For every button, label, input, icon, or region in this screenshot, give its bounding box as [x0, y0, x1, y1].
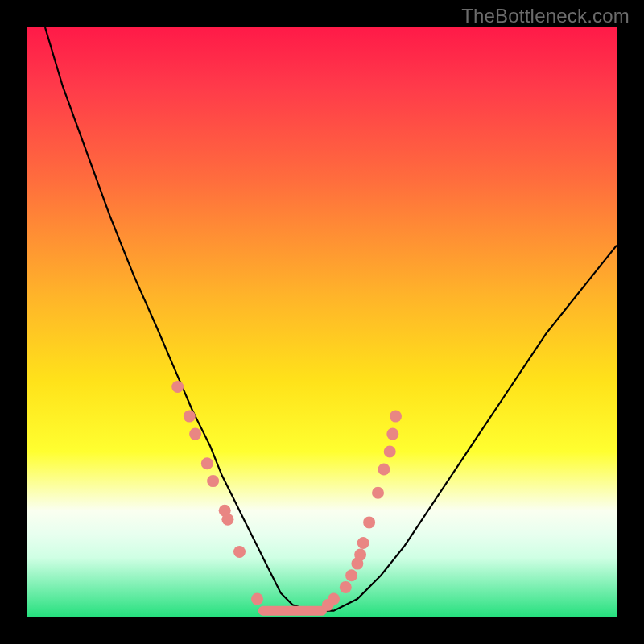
- data-points-right: [322, 411, 402, 611]
- data-point: [251, 593, 263, 605]
- watermark-text: TheBottleneck.com: [461, 5, 630, 27]
- data-point: [357, 537, 369, 549]
- data-point: [201, 457, 213, 469]
- bottleneck-curve: [45, 27, 617, 611]
- data-point: [390, 411, 402, 423]
- data-point: [207, 475, 219, 487]
- data-point: [233, 546, 246, 558]
- data-point: [328, 593, 340, 605]
- data-point: [221, 514, 233, 526]
- data-point: [184, 411, 196, 423]
- data-point: [384, 446, 396, 458]
- data-point: [363, 516, 375, 528]
- data-point: [171, 381, 184, 393]
- data-points-left: [171, 381, 263, 605]
- data-point: [189, 428, 201, 440]
- data-point: [354, 549, 366, 561]
- data-point: [386, 428, 398, 440]
- data-point: [345, 569, 357, 581]
- plot-area: [27, 27, 617, 617]
- chart-svg: [27, 27, 617, 617]
- chart-frame: TheBottleneck.com: [0, 0, 644, 644]
- data-point: [372, 487, 384, 499]
- data-point: [378, 464, 390, 476]
- data-point: [340, 581, 352, 593]
